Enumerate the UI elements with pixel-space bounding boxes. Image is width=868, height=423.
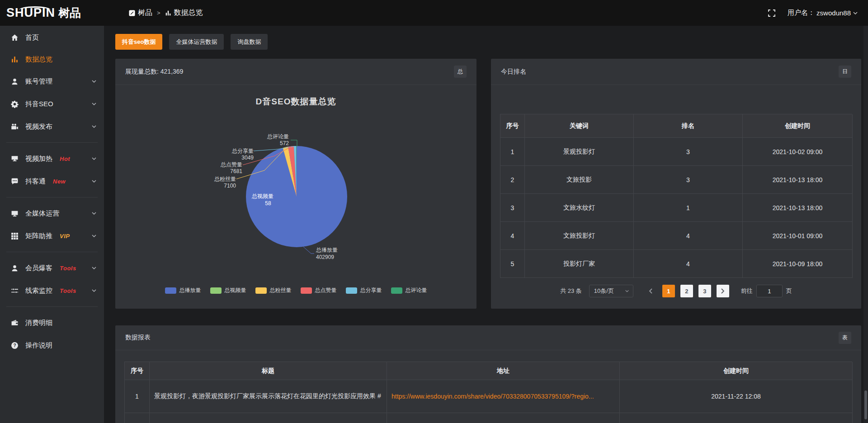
rank-cell-keyword: 文旅投影 [525,166,634,194]
tab-douyin-seo-data[interactable]: 抖音seo数据 [115,34,162,50]
report-cell-created: 2021-11-22 12:08 [620,380,853,413]
legend-item-fans[interactable]: 总粉丝量 [255,287,292,294]
breadcrumb: 树品 > 数据总览 [129,8,203,18]
pie-label-likes-name: 总点赞量 [220,161,242,168]
sidebar-item-help[interactable]: ? 操作说明 [0,334,104,357]
app-logo: SHUPIN 树品 [0,5,104,20]
legend-item-likes[interactable]: 总点赞量 [301,287,337,294]
app-square-icon [129,10,135,16]
legend-swatch [165,287,176,294]
legend-swatch [346,287,357,294]
rank-cell-created: 2021-10-13 18:00 [743,194,853,222]
pie-legend: 总播放量 总视频量 总粉丝量 总点赞量 总分享量 总评论量 [115,287,476,294]
top-bar: SHUPIN 树品 树品 > 数据总览 用户名： zswodun88 [0,0,868,26]
rank-cell-created: 2021-10-01 09:00 [743,222,853,250]
page-size-select[interactable]: 10条/页 [589,285,633,297]
today-rank-card: 今日排名 日 序号 关键词 排名 创建时间 1 景观投影灯 3 2021-10-… [491,59,861,309]
sidebar-item-clue-monitor[interactable]: 线索监控 Tools [0,279,104,302]
tab-inquiry-data[interactable]: 询盘数据 [231,34,268,50]
wallet-icon [11,319,19,327]
legend-label: 总分享量 [360,287,382,294]
rank-cell-created: 2021-10-13 18:00 [743,166,853,194]
legend-label: 总播放量 [179,287,201,294]
video-link[interactable]: https://www.iesdouyin.com/share/video/70… [392,393,594,400]
prev-page-button[interactable] [644,285,657,297]
sidebar-item-video-publish[interactable]: 视频发布 [0,115,104,138]
sidebar-item-douyin-seo[interactable]: 抖音SEO [0,93,104,115]
sidebar-item-data-overview[interactable]: 数据总览 [0,48,104,70]
legend-swatch [210,287,222,294]
sidebar-item-label: 视频发布 [25,122,52,131]
rank-cell-index: 2 [500,166,525,194]
report-cell-url [387,413,620,423]
rank-col-keyword: 关键词 [525,114,634,138]
report-cell-title: 景观投影灯，夜游景观投影灯厂家展示展示落花灯在花园里的灯光投影应用效果 # [150,380,387,413]
user-label: 用户名： [788,9,815,17]
breadcrumb-separator: > [157,9,160,16]
legend-item-shares[interactable]: 总分享量 [346,287,382,294]
legend-item-play[interactable]: 总播放量 [165,287,201,294]
topbar-right: 用户名： zswodun88 [768,9,868,17]
rank-card-title: 今日排名 [501,68,526,76]
rank-cell-keyword: 投影灯厂家 [525,250,634,278]
sidebar-item-spend-detail[interactable]: 消费明细 [0,311,104,334]
legend-item-comments[interactable]: 总评论量 [391,287,427,294]
svg-text:?: ? [13,343,16,348]
report-cell-created [620,413,853,423]
tab-omnimedia-data[interactable]: 全媒体运营数据 [169,34,224,50]
user-menu[interactable]: 用户名： zswodun88 [788,9,858,17]
next-page-button[interactable] [717,285,729,297]
sidebar-item-home[interactable]: 首页 [0,27,104,48]
hot-badge: Hot [60,155,70,162]
sidebar-item-doketong[interactable]: 抖客通 New [0,170,104,193]
breadcrumb-root[interactable]: 树品 [129,8,152,18]
rank-pagination: 共 23 条 10条/页 1 2 3 前往 页 [491,285,861,297]
sidebar-item-member-leads[interactable]: 会员爆客 Tools [0,257,104,279]
day-badge-button[interactable]: 日 [839,66,851,78]
total-badge-button[interactable]: 总 [454,66,467,78]
tools-badge: Tools [60,287,76,294]
seo-pie-chart: 总评论量 572 总分享量 3049 总点赞量 7681 总粉丝量 7100 总… [115,85,476,293]
scrollbar-thumb[interactable] [864,390,867,419]
rank-cell-created: 2021-10-02 09:00 [743,138,853,166]
legend-item-videos[interactable]: 总视频量 [210,287,246,294]
impressions-total-label: 展现量总数: 421,369 [125,68,183,76]
chevron-down-icon [91,211,97,216]
report-cell-url: https://www.iesdouyin.com/share/video/70… [387,380,620,413]
bar-chart-icon [165,10,171,16]
sidebar-item-video-heat[interactable]: 视频加热 Hot [0,147,104,170]
tools-badge: Tools [60,265,76,272]
data-source-tabs: 抖音seo数据 全媒体运营数据 询盘数据 [115,34,268,50]
rank-cell-keyword: 文旅投影灯 [525,222,634,250]
chevron-down-icon [91,233,97,239]
table-badge-button[interactable]: 表 [839,332,851,344]
fullscreen-icon[interactable] [768,9,776,17]
vip-badge: VIP [60,233,70,240]
chevron-left-icon [648,288,653,294]
sidebar-item-account[interactable]: 账号管理 [0,70,104,93]
monitor-icon [11,210,19,217]
legend-label: 总评论量 [406,287,427,294]
page-button-1[interactable]: 1 [662,285,675,297]
rank-col-rank: 排名 [634,114,743,138]
chevron-down-icon [91,265,97,271]
page-button-2[interactable]: 2 [680,285,693,297]
page-size-value: 10条/页 [594,287,622,295]
pagination-total: 共 23 条 [560,287,582,295]
sidebar-item-omnimedia[interactable]: 全媒体运营 [0,202,104,225]
goto-suffix: 页 [786,287,792,295]
sidebar-item-label: 线索监控 [25,287,52,295]
page-button-3[interactable]: 3 [698,285,711,297]
pie-label-videos-name: 总视频量 [251,193,274,199]
breadcrumb-current: 数据总览 [165,8,203,18]
pie-label-shares-value: 3049 [241,155,254,161]
rank-col-created: 创建时间 [743,114,853,138]
breadcrumb-root-label: 树品 [138,8,152,18]
rank-cell-rank: 4 [634,222,743,250]
chevron-down-icon [91,101,97,107]
grid-icon [11,232,19,240]
sidebar-item-matrix-boost[interactable]: 矩阵助推 VIP [0,225,104,247]
breadcrumb-current-label: 数据总览 [174,8,203,18]
sidebar-item-label: 抖客通 [25,177,46,186]
goto-page-input[interactable] [756,285,783,297]
